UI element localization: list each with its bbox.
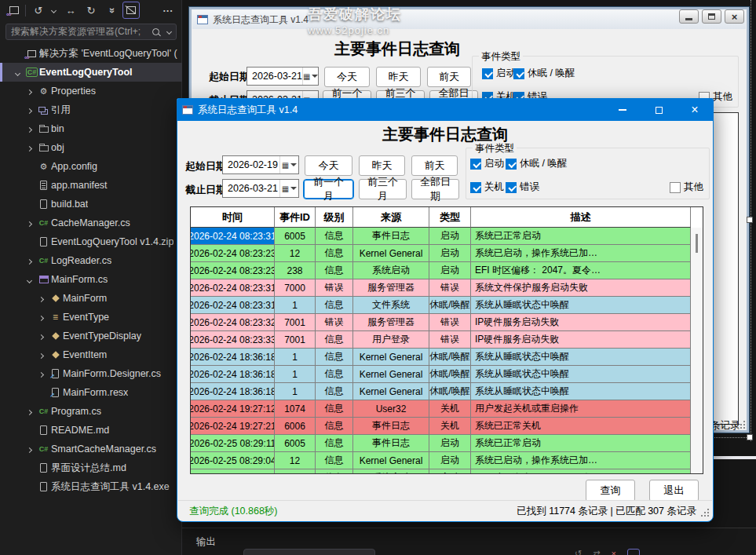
grid-cell[interactable]: 系统从睡眠状态中唤醒 — [471, 297, 691, 314]
grid-cell[interactable]: Kernel General — [353, 383, 429, 400]
tree-item[interactable]: bin — [0, 119, 182, 138]
refresh-icon[interactable]: ↻ — [83, 2, 99, 18]
grid-cell[interactable]: 238 — [275, 469, 316, 474]
grid-cell[interactable]: 系统文件保护服务启动失败 — [471, 279, 691, 297]
tree-item[interactable]: C#LogReader.cs — [0, 251, 182, 270]
grid-cell[interactable]: 错误 — [429, 314, 471, 331]
grid-row[interactable]: 2026-02-25 08:29:04238信息系统启动启动EFI 时区偏移： … — [191, 469, 703, 474]
grid-cell[interactable]: 服务管理器 — [353, 314, 429, 331]
clear-output-icon[interactable]: × — [611, 549, 615, 555]
grid-cell[interactable]: 7001 — [275, 314, 316, 331]
chevron-right-icon[interactable] — [27, 89, 32, 95]
output-wrap-icon[interactable]: ↺ — [575, 549, 582, 555]
grid-cell[interactable]: 错误 — [316, 279, 353, 297]
checkbox-1[interactable]: 关机 — [470, 181, 504, 194]
grid-cell[interactable]: 休眠/唤醒 — [429, 383, 471, 400]
grid-cell[interactable]: 2026-02-24 19:27:21 — [191, 418, 275, 435]
date-button[interactable]: 前天 — [411, 155, 458, 176]
close-button[interactable]: × — [677, 99, 713, 121]
chevron-right-icon[interactable] — [27, 127, 32, 133]
bg-restore-button[interactable] — [702, 9, 721, 24]
grid-cell[interactable]: 信息 — [316, 262, 353, 279]
chevron-right-icon[interactable] — [38, 297, 44, 302]
chevron-right-icon[interactable] — [27, 108, 32, 114]
checked-checkbox-icon[interactable] — [470, 182, 481, 193]
grid-cell[interactable]: 2026-02-24 08:23:23 — [191, 245, 275, 262]
grid-cell[interactable]: 启动 — [429, 452, 471, 469]
checked-checkbox-icon[interactable] — [470, 159, 481, 170]
date-button[interactable]: 昨天 — [376, 67, 421, 87]
grid-cell[interactable]: 信息 — [316, 228, 353, 245]
tree-item[interactable]: ≡EventType — [0, 308, 182, 327]
grid-cell[interactable]: 1 — [275, 297, 316, 314]
chevron-right-icon[interactable] — [38, 353, 44, 359]
grid-cell[interactable]: Kernel General — [353, 366, 429, 383]
grid-cell[interactable]: EFI 时区偏移： 2047。夏令… — [471, 262, 691, 279]
tree-item[interactable]: ⚙App.config — [0, 157, 182, 176]
tree-item[interactable]: 界面设计总结.md — [0, 458, 182, 477]
chevron-down-icon[interactable] — [15, 71, 20, 76]
start-date-picker[interactable]: 2026-02-19 ▦ — [222, 155, 299, 174]
calendar-dropdown-icon[interactable]: ▦ — [302, 68, 318, 85]
chevron-right-icon[interactable] — [38, 372, 44, 378]
grid-cell[interactable]: 系统启动 — [353, 262, 429, 279]
grid-cell[interactable]: 系统已正常启动 — [471, 435, 691, 452]
grid-row[interactable]: 2026-02-24 19:27:216006信息事件日志关机系统已正常关机 — [191, 418, 703, 435]
bg-window-titlebar[interactable]: 系统日志查询工具 v1.4 — [192, 10, 746, 29]
grid-cell[interactable]: 1074 — [275, 400, 316, 418]
grid-cell[interactable]: 系统从睡眠状态中唤醒 — [471, 383, 691, 400]
calendar-dropdown-icon[interactable]: ▦ — [279, 156, 298, 173]
grid-cell[interactable]: 信息 — [316, 435, 353, 452]
query-button[interactable]: 查询 — [586, 480, 635, 502]
grid-cell[interactable]: 1 — [275, 383, 316, 400]
grid-cell[interactable]: 7000 — [275, 279, 316, 297]
chevron-right-icon[interactable] — [27, 410, 32, 415]
grid-cell[interactable]: 休眠/唤醒 — [429, 297, 471, 314]
tree-item[interactable]: C#EventLogQueryTool — [0, 63, 182, 82]
bg-minimize-button[interactable] — [679, 9, 699, 24]
grid-cell[interactable]: 信息 — [316, 383, 353, 400]
tree-item[interactable]: C#Program.cs — [0, 402, 182, 421]
grid-row[interactable]: 2026-02-24 08:23:23238信息系统启动启动EFI 时区偏移： … — [191, 262, 703, 279]
grid-cell[interactable]: 启动 — [429, 228, 471, 245]
grid-cell[interactable]: 休眠/唤醒 — [429, 366, 471, 383]
grid-cell[interactable]: 信息 — [316, 245, 353, 262]
grid-cell[interactable]: 用户发起关机或重启操作 — [471, 400, 691, 418]
checkbox-2[interactable]: 休眠 / 唤醒 — [513, 67, 575, 80]
grid-cell[interactable]: 1 — [275, 366, 316, 383]
grid-cell[interactable]: 休眠/唤醒 — [429, 349, 471, 366]
resize-grip[interactable] — [701, 509, 710, 517]
tree-item[interactable]: C#CacheManager.cs — [0, 214, 182, 232]
grid-row[interactable]: 2026-02-24 08:23:2312信息Kernel General启动系… — [191, 245, 703, 262]
grid-cell[interactable]: 238 — [275, 262, 316, 279]
grid-cell[interactable]: Kernel General — [353, 452, 429, 469]
bg-close-button[interactable]: × — [725, 9, 744, 24]
date-button[interactable]: 今天 — [305, 155, 352, 176]
grid-cell[interactable]: 事件日志 — [353, 435, 429, 452]
tree-item[interactable]: MainForm.Designer.cs — [0, 364, 182, 383]
grid-row[interactable]: 2026-02-24 19:27:121074信息User32关机用户发起关机或… — [191, 400, 703, 418]
tree-item[interactable]: ⚙Properties — [0, 82, 182, 100]
more-options-icon[interactable]: ··· — [160, 2, 176, 18]
grid-cell[interactable]: 2026-02-24 08:23:33 — [191, 331, 275, 349]
grid-cell[interactable]: 2026-02-24 18:36:18 — [191, 349, 275, 366]
grid-cell[interactable]: 关机 — [429, 400, 471, 418]
tree-item[interactable]: EventTypeDisplay — [0, 327, 182, 345]
grid-cell[interactable]: 信息 — [316, 452, 353, 469]
checked-checkbox-icon[interactable] — [513, 68, 524, 79]
grid-cell[interactable]: 错误 — [316, 314, 353, 331]
grid-cell[interactable]: IP硬件服务启动失败 — [471, 314, 691, 331]
bg-resize-grip[interactable] — [737, 421, 746, 429]
column-header[interactable]: 描述 — [471, 207, 691, 228]
date-button[interactable]: 昨天 — [359, 155, 405, 176]
date-button[interactable]: 今天 — [324, 67, 370, 87]
output-source-dropdown[interactable] — [243, 549, 375, 555]
grid-cell[interactable]: 系统已启动，操作系统已加… — [471, 245, 691, 262]
event-log-grid[interactable]: 时间事件ID级别来源类型描述 2026-02-24 08:23:316005信息… — [190, 206, 703, 474]
maximize-button[interactable] — [641, 99, 677, 121]
grid-cell[interactable]: 系统已正常启动 — [471, 228, 691, 245]
grid-row[interactable]: 2026-02-24 18:36:181信息Kernel General休眠/唤… — [191, 383, 703, 400]
chevron-right-icon[interactable] — [27, 259, 32, 265]
solution-explorer-icon[interactable] — [6, 2, 22, 18]
grid-cell[interactable]: 2026-02-24 08:23:32 — [191, 314, 275, 331]
